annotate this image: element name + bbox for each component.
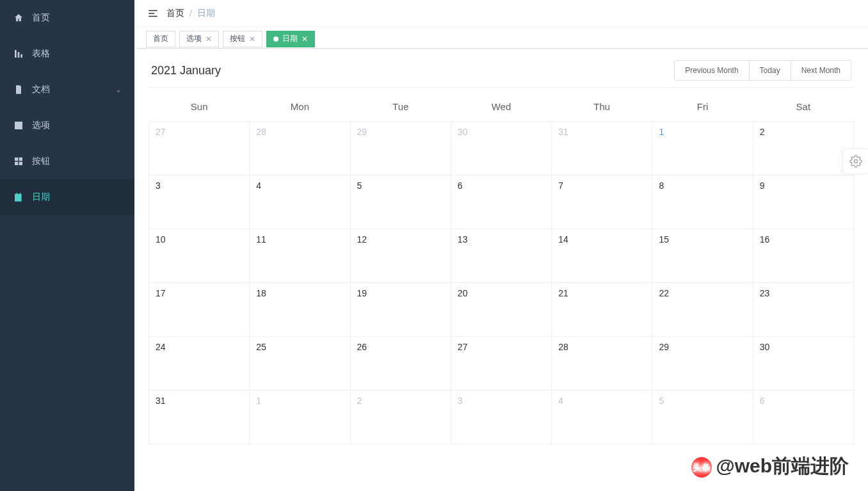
weekday-header: Fri [652,93,753,121]
day-number: 16 [760,234,770,245]
calendar-cell[interactable]: 31 [552,121,652,175]
calendar-cell[interactable]: 14 [552,229,652,282]
day-number: 4 [256,181,261,191]
checkbox-icon [13,120,24,131]
calendar-cell[interactable]: 31 [149,390,250,444]
day-number: 4 [558,396,563,406]
calendar-cell[interactable]: 26 [350,336,451,390]
calendar-cell[interactable]: 9 [753,175,853,229]
day-number: 5 [357,181,362,191]
day-number: 6 [458,181,463,191]
calendar-cell[interactable]: 1 [652,121,753,175]
calendar-cell[interactable]: 18 [250,282,350,336]
calendar-cell[interactable]: 5 [350,175,451,229]
gear-icon [849,155,862,168]
day-number: 26 [357,342,367,352]
tab-label: 首页 [153,33,168,44]
day-number: 11 [256,234,266,245]
day-number: 14 [558,234,568,245]
calendar-cell[interactable]: 28 [250,121,350,175]
calendar-cell[interactable]: 27 [149,121,250,175]
day-number: 20 [458,288,468,298]
tab-label: 按钮 [230,33,245,44]
calendar-grid: SunMonTueWedThuFriSat 272829303112345678… [149,93,854,444]
day-number: 31 [156,396,166,406]
day-number: 7 [558,181,563,191]
weekday-header: Sat [753,93,853,121]
tab-label: 日期 [282,33,298,44]
weekday-header: Sun [149,93,250,121]
tab-options[interactable]: 选项 ✕ [179,31,219,47]
close-icon[interactable]: ✕ [205,35,212,44]
day-number: 17 [156,288,166,298]
calendar-cell[interactable]: 28 [552,336,652,390]
close-icon[interactable]: ✕ [301,35,308,44]
breadcrumb-separator: / [189,8,192,19]
calendar-cell[interactable]: 27 [451,336,551,390]
sidebar-item-date[interactable]: 日期 [0,179,134,215]
calendar-cell[interactable]: 5 [652,390,753,444]
calendar-cell[interactable]: 2 [350,390,451,444]
breadcrumb-home[interactable]: 首页 [166,8,184,19]
calendar-cell[interactable]: 6 [753,390,853,444]
settings-button[interactable] [842,149,868,174]
sidebar-item-options[interactable]: 选项 [0,108,134,143]
day-number: 18 [256,288,266,298]
calendar-cell[interactable]: 4 [552,390,652,444]
calendar-cell[interactable]: 19 [350,282,451,336]
calendar-cell[interactable]: 30 [451,121,551,175]
sidebar-item-docs[interactable]: 文档 ⌄ [0,72,134,108]
calendar-cell[interactable]: 10 [149,229,250,282]
calendar-title: 2021 January [151,64,221,77]
prev-month-button[interactable]: Previous Month [675,61,748,80]
next-month-button[interactable]: Next Month [791,61,851,80]
day-number: 13 [458,234,468,245]
tab-buttons[interactable]: 按钮 ✕ [223,31,262,47]
day-number: 25 [256,342,266,352]
calendar-cell[interactable]: 29 [350,121,451,175]
menu-toggle-icon[interactable] [147,8,159,19]
calendar-cell[interactable]: 25 [250,336,350,390]
tab-date[interactable]: 日期 ✕ [266,31,315,47]
tab-home[interactable]: 首页 [146,31,175,47]
calendar-cell[interactable]: 17 [149,282,250,336]
day-number: 1 [256,396,261,406]
calendar-cell[interactable]: 20 [451,282,551,336]
close-icon[interactable]: ✕ [249,35,255,44]
day-number: 24 [156,342,166,352]
calendar-cell[interactable]: 3 [451,390,551,444]
calendar-cell[interactable]: 21 [552,282,652,336]
calendar-cell[interactable]: 15 [652,229,753,282]
sidebar-item-buttons[interactable]: 按钮 [0,143,134,179]
svg-point-0 [854,160,857,163]
calendar-cell[interactable]: 11 [250,229,350,282]
calendar-cell[interactable]: 23 [753,282,853,336]
calendar-cell[interactable]: 13 [451,229,551,282]
main: 首页 / 日期 首页 选项 ✕ 按钮 ✕ 日期 ✕ 2021 January P… [134,0,868,491]
day-number: 2 [760,127,765,137]
calendar-cell[interactable]: 2 [753,121,853,175]
calendar-cell[interactable]: 30 [753,336,853,390]
calendar-cell[interactable]: 29 [652,336,753,390]
day-number: 2 [357,396,362,406]
calendar-cell[interactable]: 24 [149,336,250,390]
calendar-cell[interactable]: 6 [451,175,551,229]
sidebar-item-home[interactable]: 首页 [0,0,134,36]
day-number: 31 [558,127,568,137]
calendar-cell[interactable]: 22 [652,282,753,336]
tabs-bar: 首页 选项 ✕ 按钮 ✕ 日期 ✕ [134,27,868,49]
calendar-cell[interactable]: 16 [753,229,853,282]
day-number: 29 [357,127,367,137]
calendar-cell[interactable]: 4 [250,175,350,229]
content: 2021 January Previous Month Today Next M… [134,49,868,491]
active-dot-icon [273,36,278,42]
calendar-cell[interactable]: 1 [250,390,350,444]
sidebar-item-label: 表格 [32,48,50,60]
calendar-cell[interactable]: 12 [350,229,451,282]
calendar-cell[interactable]: 8 [652,175,753,229]
sidebar-item-table[interactable]: 表格 [0,36,134,72]
calendar-cell[interactable]: 3 [149,175,250,229]
today-button[interactable]: Today [749,61,791,80]
day-number: 1 [659,127,664,137]
calendar-cell[interactable]: 7 [552,175,652,229]
